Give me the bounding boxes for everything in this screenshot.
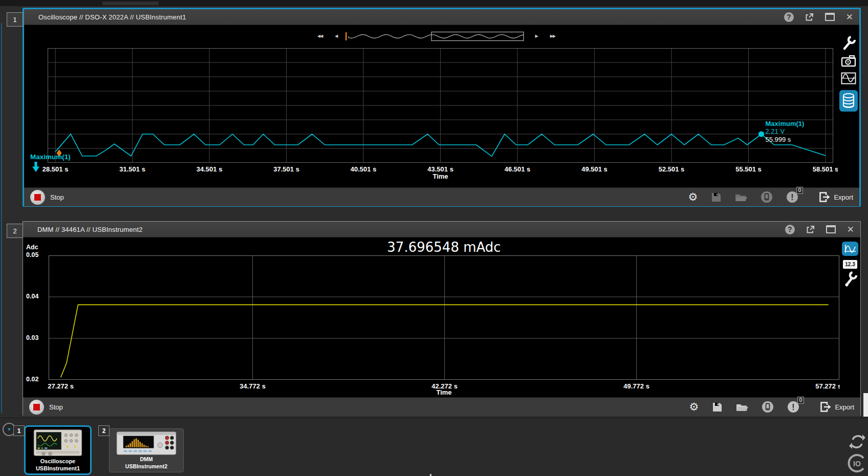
close-icon[interactable]: ✕	[846, 13, 853, 21]
save-icon[interactable]	[712, 402, 723, 413]
popout-icon[interactable]	[805, 13, 814, 21]
x-tick-label: 52.501 s	[659, 165, 685, 173]
trend-chart-icon[interactable]	[842, 242, 858, 256]
nav-position-marker[interactable]	[345, 32, 347, 40]
panel1-titlebar[interactable]: Oscilloscope // DSO-X 2022A // USBInstru…	[24, 9, 859, 25]
dmm-panel: DMM // 34461A // USBInstrument2 ? ✕ Adc …	[23, 221, 861, 416]
measurement-marker-dot[interactable]	[758, 132, 764, 137]
dmm-thumbnail-image	[116, 430, 177, 456]
digital-display-icon[interactable]: 12.3	[843, 260, 857, 269]
down-arrow-icon[interactable]	[32, 162, 39, 172]
dock-item-dmm[interactable]: DMM USBInstrument2	[109, 428, 184, 472]
dock-item1-line1: Oscilloscope	[36, 458, 80, 465]
dmm-reading: 37.696548 mAdc	[49, 240, 839, 255]
stop-button[interactable]	[30, 190, 45, 205]
gear-icon[interactable]: ⚙	[688, 192, 698, 203]
panel1-tab[interactable]: 1	[7, 12, 23, 27]
marker-value: 2.21 V	[765, 127, 785, 135]
help-icon[interactable]: ?	[785, 225, 795, 234]
y-tick-label: 0.03	[26, 334, 38, 341]
dmm-chart[interactable]: 27.272 s34.772 s42.272 s49.772 s57.272 s	[49, 255, 839, 395]
export-button[interactable]: Export	[819, 191, 853, 203]
dock-item1-line2: USBInstrument1	[36, 465, 80, 472]
nav-overview-strip[interactable]	[345, 31, 526, 41]
nav-waveform-overview	[349, 35, 524, 38]
io-libraries-icon[interactable]: IO	[847, 453, 867, 473]
stop-button[interactable]	[29, 400, 44, 415]
device-monitor-icon[interactable]	[761, 191, 773, 203]
instrument-dock: ▼ 1 Oscilloscope USBInstrument1 2	[0, 418, 868, 476]
panel2-tab[interactable]: 2	[7, 224, 23, 238]
left-accent-line	[1, 23, 2, 413]
dock-item2-line2: USBInstrument2	[125, 463, 167, 470]
data-log-icon[interactable]	[839, 90, 858, 112]
y-tick-label: 0.04	[26, 293, 38, 300]
dock-item2-badge: 2	[98, 425, 110, 436]
svg-text:!: !	[791, 193, 794, 202]
export-label: Export	[834, 193, 853, 201]
panel1-title: Oscilloscope // DSO-X 2022A // USBInstru…	[38, 13, 186, 21]
nav-selection-window[interactable]	[431, 32, 524, 41]
x-tick-label: 55.501 s	[735, 165, 762, 173]
oscilloscope-panel: Oscilloscope // DSO-X 2022A // USBInstru…	[23, 8, 861, 207]
svg-text:!: !	[792, 403, 795, 412]
panel2-title: DMM // 34461A // USBInstrument2	[37, 226, 143, 233]
error-indicator[interactable]: ! 0	[787, 401, 799, 413]
export-button[interactable]: Export	[820, 401, 854, 413]
panel1-xaxis-title: Time	[48, 172, 833, 180]
marker-name: Maximum(1)	[765, 120, 804, 127]
right-white-strip	[863, 393, 868, 417]
error-count-badge: 0	[796, 187, 804, 194]
oscilloscope-thumbnail-image	[32, 429, 83, 458]
error-indicator[interactable]: ! 0	[786, 191, 798, 203]
panel1-content: ◀◀ ◀ ▶ ▶▶ 28.501 s31.501 s34.501 s37.501…	[24, 25, 859, 187]
settings-wrench-icon[interactable]	[841, 35, 856, 51]
popout-icon[interactable]	[806, 225, 815, 234]
nav-fast-forward-icon[interactable]: ▶▶	[550, 31, 555, 41]
panel1-icon-rail	[838, 25, 859, 187]
panel2-titlebar[interactable]: DMM // 34461A // USBInstrument2 ? ✕	[23, 222, 860, 237]
stop-square-icon	[33, 404, 40, 410]
dock-item-oscilloscope[interactable]: Oscilloscope USBInstrument1	[24, 425, 92, 475]
nav-step-forward-icon[interactable]: ▶	[535, 31, 537, 41]
x-tick-label: 28.501 s	[42, 165, 69, 173]
nav-step-back-icon[interactable]: ◀	[335, 31, 337, 41]
panel2-yaxis-unit: Adc	[26, 244, 38, 251]
plot-border	[49, 256, 839, 380]
screenshot-camera-icon[interactable]	[841, 55, 856, 67]
gear-icon[interactable]: ⚙	[689, 402, 699, 413]
export-icon	[819, 191, 830, 203]
x-tick-label: 37.501 s	[273, 165, 299, 173]
window-mode-icon[interactable]	[825, 13, 835, 21]
help-icon[interactable]: ?	[784, 12, 794, 22]
settings-wrench-icon[interactable]	[843, 271, 857, 288]
error-count-badge: 0	[797, 397, 805, 404]
panel1-tab-number: 1	[13, 16, 16, 24]
bottom-scroll-tick[interactable]	[430, 474, 431, 476]
waveform-navigator[interactable]: ◀◀ ◀ ▶ ▶▶	[317, 31, 565, 41]
open-folder-icon[interactable]	[736, 402, 748, 412]
x-tick-label: 46.501 s	[505, 165, 531, 173]
waveform-view-icon[interactable]	[841, 72, 856, 84]
panel2-icon-rail: 12.3	[840, 237, 860, 397]
oscilloscope-chart[interactable]: 28.501 s31.501 s34.501 s37.501 s40.501 s…	[48, 48, 833, 180]
refresh-icon[interactable]	[849, 433, 866, 450]
panel2-content: Adc 0.05 0.04 0.03 0.02 37.696548 mAdc 2…	[23, 237, 860, 397]
save-icon[interactable]	[711, 192, 722, 203]
panel2-xaxis-title: Time	[49, 388, 839, 396]
io-logo-text: IO	[853, 460, 861, 468]
nav-fast-rewind-icon[interactable]: ◀◀	[317, 31, 322, 41]
export-icon	[820, 401, 831, 413]
dock-item1-badge: 1	[13, 425, 25, 436]
stop-button-label: Stop	[49, 403, 63, 411]
stop-button-label: Stop	[50, 193, 64, 201]
device-monitor-icon[interactable]	[762, 401, 774, 413]
top-strip-segment	[102, 2, 159, 5]
panel2-tab-number: 2	[13, 227, 16, 235]
x-tick-label: 34.501 s	[197, 165, 223, 173]
close-icon[interactable]: ✕	[847, 225, 854, 234]
open-folder-icon[interactable]	[735, 192, 747, 202]
dock-item2-line1: DMM	[125, 456, 167, 463]
export-label: Export	[835, 403, 854, 411]
window-mode-icon[interactable]	[826, 225, 836, 233]
